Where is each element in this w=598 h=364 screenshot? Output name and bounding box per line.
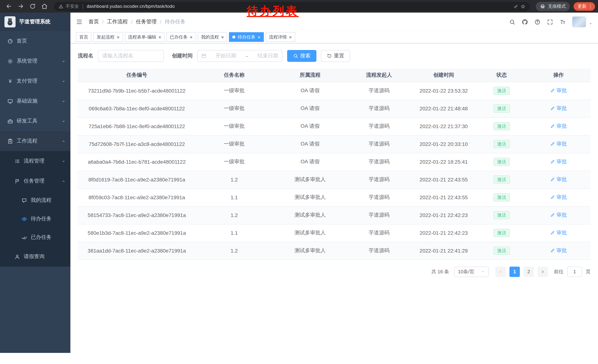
approve-link[interactable]: 审批 [550, 141, 567, 147]
reset-button[interactable]: 重置 [321, 50, 350, 62]
sidebar-item-infrastructure[interactable]: 基础设施 [0, 91, 70, 111]
sidebar-item-todo-task[interactable]: 待办任务 [0, 210, 70, 228]
approve-link[interactable]: 审批 [550, 194, 567, 201]
chevron-left-icon [498, 269, 503, 274]
chevron-up-icon [61, 139, 66, 143]
approve-link[interactable]: 审批 [550, 247, 567, 254]
search-icon[interactable] [509, 19, 515, 25]
tab-home[interactable]: 首页 [76, 32, 91, 42]
sidebar-item-task-mgmt[interactable]: 任务管理 [0, 171, 70, 191]
fullscreen-icon[interactable] [547, 19, 553, 25]
sidebar-item-leave-query[interactable]: 请假查询 [0, 247, 70, 267]
password-key-icon[interactable] [514, 4, 518, 9]
sidebar-item-label: 首页 [17, 38, 27, 44]
approve-link[interactable]: 审批 [550, 159, 567, 165]
approve-link[interactable]: 审批 [550, 123, 567, 129]
status-cell: 激活 [477, 206, 526, 224]
tab-close-icon[interactable]: × [117, 35, 119, 40]
bookmark-star-icon[interactable] [521, 4, 525, 9]
tab-done-task[interactable]: 已办任务× [166, 32, 196, 42]
process-name-input[interactable]: 请输入流程名 [98, 50, 164, 62]
github-icon[interactable] [522, 19, 528, 25]
approve-link[interactable]: 审批 [550, 176, 567, 183]
tab-close-icon[interactable]: × [289, 35, 292, 40]
breadcrumb-item[interactable]: 任务管理 [136, 18, 157, 25]
table-row: 725a1eb6-7b88-11ec-8ef0-acde48001122一级审批… [78, 117, 590, 135]
tab-process-detail[interactable]: 流程详情× [266, 32, 295, 42]
tab-close-icon[interactable]: × [221, 35, 224, 40]
sidebar-item-done-task[interactable]: 已办任务 [0, 228, 70, 247]
help-icon[interactable] [534, 19, 540, 25]
chevron-down-icon [61, 119, 66, 123]
tab-close-icon[interactable]: × [258, 35, 260, 40]
reload-icon[interactable] [29, 3, 36, 10]
approve-link[interactable]: 审批 [550, 105, 567, 112]
next-page-button[interactable] [538, 267, 548, 277]
tab-close-icon[interactable]: × [158, 35, 161, 40]
calendar-icon [201, 53, 206, 58]
status-cell: 激活 [477, 100, 526, 117]
incognito-label: 无痕模式 [548, 3, 566, 9]
sidebar-item-my-process[interactable]: 我的流程 [0, 191, 70, 210]
process-cell: 测试多审批人 [273, 171, 348, 188]
avatar-caret-icon[interactable] [589, 22, 592, 25]
filter-bar: 流程名 请输入流程名 创建时间 开始日期 - 结束日期 搜索 [78, 49, 590, 63]
goto-page-input[interactable]: 1 [567, 267, 582, 277]
sidebar-item-process-mgmt[interactable]: 流程管理 [0, 151, 70, 171]
browser-menu-dots-icon[interactable] [588, 4, 593, 9]
status-badge: 激活 [493, 105, 510, 113]
process-icon [15, 158, 20, 164]
status-badge: 激活 [493, 87, 510, 95]
sidebar-item-label: 工作流程 [17, 138, 37, 145]
sidebar-menu: 首页系统管理¥支付管理基础设施研发工具工作流程流程管理任务管理我的流程待办任务已… [0, 31, 70, 267]
tab-start-process[interactable]: 发起流程× [93, 32, 123, 42]
sidebar-item-home[interactable]: 首页 [0, 31, 70, 51]
home-icon[interactable] [41, 3, 48, 10]
approve-link[interactable]: 审批 [550, 212, 567, 218]
page-button-1[interactable]: 1 [509, 267, 520, 277]
user-icon [15, 254, 20, 259]
column-header-0: 任务编号 [78, 68, 196, 82]
chevron-down-icon [61, 79, 66, 83]
forward-icon[interactable] [17, 3, 24, 10]
sidebar-item-system[interactable]: 系统管理 [0, 51, 70, 71]
user-avatar[interactable] [572, 16, 586, 27]
search-button[interactable]: 搜索 [287, 50, 316, 62]
font-size-icon[interactable] [559, 19, 566, 25]
tab-form-edit[interactable]: 流程表单-编辑× [125, 32, 165, 42]
page-button-2[interactable]: 2 [523, 267, 534, 277]
sidebar-item-label: 支付管理 [17, 78, 37, 84]
page-content: 流程名 请输入流程名 创建时间 开始日期 - 结束日期 搜索 [70, 43, 598, 277]
action-cell: 审批 [526, 135, 590, 153]
approve-label: 审批 [556, 105, 567, 112]
approve-label: 审批 [556, 159, 567, 165]
sidebar-toggle-icon[interactable] [76, 18, 83, 25]
sidebar-item-payment[interactable]: ¥支付管理 [0, 71, 70, 91]
page-size-select[interactable]: 10条/页 [454, 267, 489, 277]
incognito-icon [540, 4, 545, 9]
browser-toolbar: 不安全 dashboard.yudao.iocoder.cn/bpm/task/… [0, 0, 598, 13]
sidebar-item-devtools[interactable]: 研发工具 [0, 111, 70, 131]
approve-link[interactable]: 审批 [550, 230, 567, 236]
date-range-picker[interactable]: 开始日期 - 结束日期 [197, 50, 282, 62]
update-label: 更新 [578, 3, 587, 9]
breadcrumb-item[interactable]: 首页 [89, 18, 99, 25]
back-icon[interactable] [6, 3, 12, 10]
approve-link[interactable]: 审批 [550, 87, 567, 94]
pencil-icon [550, 106, 555, 111]
tab-close-icon[interactable]: × [190, 35, 192, 40]
sidebar-item-workflow[interactable]: 工作流程 [0, 131, 70, 151]
create-time-label: 创建时间 [172, 53, 193, 59]
app-window: 芋道管理系统 首页系统管理¥支付管理基础设施研发工具工作流程流程管理任务管理我的… [0, 13, 598, 364]
app-logo[interactable]: 芋道管理系统 [0, 13, 70, 31]
tab-todo-task[interactable]: 待办任务× [229, 32, 264, 42]
column-header-1: 任务名称 [196, 68, 273, 82]
table-row: 8f059c03-7ac8-11ec-a9e2-a2380e71991a1.1测… [78, 188, 590, 206]
update-button[interactable]: 更新 [573, 2, 595, 11]
process-cell: OA 请假 [273, 100, 348, 117]
tab-my-process[interactable]: 我的流程× [198, 32, 227, 42]
breadcrumb-item[interactable]: 工作流程 [107, 18, 128, 25]
chat-icon [22, 198, 27, 203]
pencil-icon [550, 231, 555, 235]
pencil-icon [550, 195, 555, 200]
